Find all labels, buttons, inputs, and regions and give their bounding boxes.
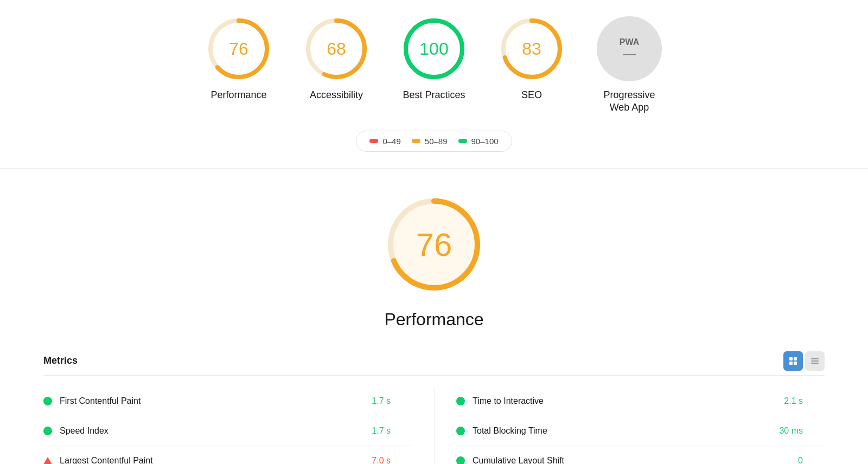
pwa-dash: —: [623, 47, 636, 60]
metric-tti: Time to Interactive 2.1 s: [456, 386, 825, 416]
metric-tti-name: Time to Interactive: [473, 396, 784, 406]
performance-section: 76 Performance Metrics: [0, 169, 868, 464]
metric-fcp: First Contentful Paint 1.7 s: [43, 386, 412, 416]
score-accessibility-value: 68: [327, 39, 346, 59]
svg-rect-13: [789, 362, 793, 365]
score-pwa: PWA — ProgressiveWeb App: [597, 16, 662, 114]
score-performance-value: 76: [229, 39, 248, 59]
scores-row: 76 Performance 68 Accessibility: [206, 16, 662, 114]
svg-rect-16: [811, 360, 819, 362]
score-best-practices: 100 Best Practices: [401, 16, 467, 101]
metric-tti-value: 2.1 s: [784, 396, 825, 406]
svg-rect-12: [794, 357, 797, 360]
grid-icon: [789, 357, 797, 365]
grid-view-button[interactable]: [783, 351, 803, 371]
metric-si-icon: [43, 427, 52, 435]
legend-mid-dot: [412, 139, 420, 143]
svg-rect-17: [811, 363, 819, 364]
pwa-circle: PWA —: [597, 16, 662, 81]
legend-mid: 50–89: [412, 137, 448, 146]
score-performance: 76 Performance: [206, 16, 271, 101]
main-score-value: 76: [416, 225, 452, 263]
scores-section: 76 Performance 68 Accessibility: [0, 0, 868, 168]
metrics-header: Metrics: [43, 351, 825, 376]
view-toggle: [783, 351, 825, 371]
legend: 0–49 50–89 90–100: [356, 131, 512, 152]
metric-cls-name: Cumulative Layout Shift: [473, 456, 798, 464]
list-view-button[interactable]: [805, 351, 825, 371]
metric-tbt-name: Total Blocking Time: [473, 426, 779, 436]
legend-low-range: 0–49: [382, 137, 400, 146]
metric-fcp-icon: [43, 397, 52, 405]
metric-tti-icon: [456, 397, 465, 405]
metric-cls: Cumulative Layout Shift 0: [456, 446, 825, 464]
score-accessibility-label: Accessibility: [310, 89, 363, 101]
metric-lcp-value: 7.0 s: [372, 456, 412, 464]
metrics-left-column: First Contentful Paint 1.7 s Speed Index…: [43, 386, 434, 464]
metrics-right-column: Time to Interactive 2.1 s Total Blocking…: [434, 386, 825, 464]
score-pwa-label: ProgressiveWeb App: [603, 89, 655, 114]
list-icon: [810, 357, 819, 365]
score-accessibility: 68 Accessibility: [304, 16, 369, 101]
metric-tbt-icon: [456, 427, 465, 435]
metric-tbt-value: 30 ms: [779, 426, 825, 436]
legend-low-dot: [369, 139, 378, 143]
gauge-performance: 76: [206, 16, 271, 81]
gauge-accessibility: 68: [304, 16, 369, 81]
legend-high-dot: [458, 139, 467, 143]
legend-low: 0–49: [369, 137, 400, 146]
svg-rect-11: [789, 357, 793, 360]
svg-rect-15: [811, 358, 819, 359]
score-performance-label: Performance: [210, 89, 266, 101]
metric-si-name: Speed Index: [60, 426, 372, 436]
metric-cls-icon: [456, 456, 465, 464]
svg-rect-14: [794, 362, 797, 365]
legend-mid-range: 50–89: [425, 137, 448, 146]
metric-lcp-name: Largest Contentful Paint: [60, 456, 372, 464]
score-seo-label: SEO: [521, 89, 542, 101]
metric-fcp-name: First Contentful Paint: [60, 396, 372, 406]
metrics-title: Metrics: [43, 355, 78, 366]
legend-high: 90–100: [458, 137, 499, 146]
metric-lcp: Largest Contentful Paint 7.0 s: [43, 446, 412, 464]
gauge-seo: 83: [499, 16, 564, 81]
score-seo-value: 83: [522, 39, 541, 59]
score-best-practices-label: Best Practices: [403, 89, 465, 101]
score-seo: 83 SEO: [499, 16, 564, 101]
score-best-practices-value: 100: [419, 39, 448, 59]
metric-si-value: 1.7 s: [372, 426, 412, 436]
metric-tbt: Total Blocking Time 30 ms: [456, 416, 825, 446]
performance-gauge-large: 76: [380, 190, 488, 299]
legend-high-range: 90–100: [471, 137, 499, 146]
gauge-best-practices: 100: [401, 16, 467, 81]
performance-gauge-center: 76 Performance: [43, 190, 825, 330]
metric-lcp-icon: [43, 457, 52, 464]
metric-fcp-value: 1.7 s: [372, 396, 412, 406]
main-score-label: Performance: [384, 310, 483, 330]
metrics-table: First Contentful Paint 1.7 s Speed Index…: [43, 386, 825, 464]
metric-cls-value: 0: [798, 456, 825, 464]
metric-si: Speed Index 1.7 s: [43, 416, 412, 446]
